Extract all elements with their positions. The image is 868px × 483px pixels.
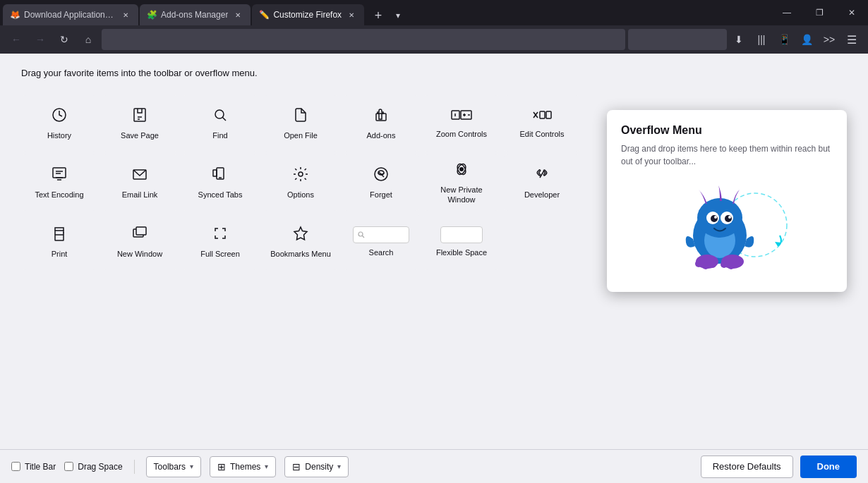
svg-point-58: [728, 262, 735, 269]
options-label: Options: [287, 190, 314, 200]
svg-point-39: [358, 232, 363, 236]
tab-title-2: Add-ons Manager: [161, 10, 228, 20]
toolbar-item-print[interactable]: Print: [21, 214, 97, 270]
toolbar-item-zoom-controls[interactable]: Zoom Controls: [423, 95, 500, 152]
text-encoding-icon: [51, 166, 68, 185]
svg-point-54: [695, 260, 702, 267]
back-button[interactable]: ←: [6, 29, 27, 50]
zoom-controls-icon: [451, 108, 472, 125]
toolbar-item-options[interactable]: Options: [263, 154, 339, 211]
history-label: History: [47, 130, 71, 140]
options-icon: [292, 166, 309, 185]
forward-button[interactable]: →: [30, 29, 51, 50]
add-ons-icon: [373, 106, 390, 126]
new-window-label: New Window: [117, 249, 162, 259]
tab-close-2[interactable]: ✕: [232, 9, 243, 20]
title-bar-checkbox-label[interactable]: Title Bar: [11, 462, 56, 472]
toolbar-item-flexible-space[interactable]: Flexible Space: [423, 214, 500, 270]
find-label: Find: [212, 130, 227, 140]
svg-point-49: [725, 215, 732, 222]
themes-dropdown[interactable]: ⊞ Themes ▾: [210, 456, 276, 477]
home-button[interactable]: ⌂: [78, 29, 99, 50]
tab-close-3[interactable]: ✕: [346, 9, 357, 20]
window-controls: — ❐ ✕: [771, 0, 868, 25]
reload-button[interactable]: ↻: [54, 29, 75, 50]
toolbar-item-developer[interactable]: Developer: [504, 154, 580, 211]
svg-point-32: [459, 167, 464, 171]
overflow-panel-title: Overflow Menu: [621, 124, 833, 137]
text-encoding-label: Text Encoding: [35, 190, 83, 200]
email-link-icon: [131, 166, 148, 185]
density-label: Density: [305, 462, 333, 472]
bottom-bar-divider-1: [134, 460, 135, 474]
bookmarks-menu-icon: [292, 225, 309, 245]
toolbar-item-search[interactable]: Search: [343, 214, 419, 270]
density-dropdown-chevron: ▾: [337, 463, 341, 470]
svg-point-48: [711, 215, 718, 222]
restore-defaults-button[interactable]: Restore Defaults: [701, 456, 793, 478]
tab-addons-manager[interactable]: 🧩 Add-ons Manager ✕: [140, 4, 251, 25]
full-screen-label: Full Screen: [200, 249, 240, 259]
close-window-button[interactable]: ✕: [836, 0, 868, 25]
svg-line-40: [363, 236, 365, 238]
toolbar-item-open-file[interactable]: Open File: [263, 95, 339, 152]
tab-customize-firefox[interactable]: ✏️ Customize Firefox ✕: [252, 4, 364, 25]
done-button[interactable]: Done: [800, 456, 857, 478]
toolbar-item-find[interactable]: Find: [182, 95, 258, 152]
search-label: Search: [369, 247, 394, 257]
bookmarks-button[interactable]: |||: [751, 29, 772, 50]
open-file-icon: [292, 106, 309, 126]
svg-rect-34: [55, 235, 64, 240]
downloads-button[interactable]: ⬇: [728, 29, 749, 50]
print-label: Print: [52, 249, 68, 259]
svg-point-51: [728, 216, 731, 219]
toolbar-item-full-screen[interactable]: Full Screen: [182, 214, 258, 270]
tab-close-1[interactable]: ✕: [120, 9, 131, 20]
search-input-toolbar[interactable]: [634, 35, 721, 45]
toolbar-item-new-window[interactable]: New Window: [102, 214, 178, 270]
drag-space-checkbox-label[interactable]: Drag Space: [64, 462, 122, 472]
toolbar-item-bookmarks-menu[interactable]: Bookmarks Menu: [263, 214, 339, 270]
overflow-button[interactable]: >>: [819, 29, 840, 50]
synced-tabs-label: Synced Tabs: [198, 190, 243, 200]
density-icon: ⊟: [292, 461, 301, 472]
url-input[interactable]: [107, 35, 620, 45]
toolbar-item-synced-tabs[interactable]: Synced Tabs: [182, 154, 258, 211]
drag-space-checkbox[interactable]: [64, 462, 73, 471]
forget-label: Forget: [370, 190, 392, 200]
toolbar-item-save-page[interactable]: Save Page: [102, 95, 178, 152]
toolbar-item-edit-controls[interactable]: Edit Controls: [504, 95, 580, 152]
app-menu-button[interactable]: ☰: [841, 29, 862, 50]
minimize-button[interactable]: —: [771, 0, 803, 25]
tab-list-dropdown[interactable]: ▾: [388, 6, 408, 25]
svg-rect-17: [53, 168, 66, 178]
toolbar-item-history[interactable]: History: [21, 95, 97, 152]
new-tab-button[interactable]: +: [368, 6, 388, 25]
title-bar: 🦊 Download Applications for An... ✕ 🧩 Ad…: [0, 0, 868, 25]
toolbar-item-add-ons[interactable]: Add-ons: [343, 95, 419, 152]
restore-button[interactable]: ❐: [803, 0, 836, 25]
toolbar-item-new-private-window[interactable]: New Private Window: [423, 154, 500, 211]
toolbars-dropdown[interactable]: Toolbars ▾: [146, 456, 201, 477]
toolbar-item-email-link[interactable]: Email Link: [102, 154, 178, 211]
search-bar-toolbar[interactable]: [628, 29, 727, 50]
new-private-window-icon: [453, 161, 470, 181]
synced-tabs-button[interactable]: 📱: [773, 29, 795, 50]
themes-label: Themes: [230, 462, 260, 472]
toolbars-label: Toolbars: [154, 462, 186, 472]
title-bar-label: Title Bar: [25, 462, 56, 472]
title-bar-checkbox[interactable]: [11, 462, 20, 471]
search-widget-visual: [353, 226, 409, 243]
toolbar-right: ⬇ ||| 📱 👤 >> ☰: [628, 29, 862, 50]
density-dropdown[interactable]: ⊟ Density ▾: [284, 456, 349, 477]
tab-download-applications[interactable]: 🦊 Download Applications for An... ✕: [3, 4, 138, 25]
synced-tabs-icon: [212, 166, 229, 185]
account-button[interactable]: 👤: [796, 29, 817, 50]
url-bar[interactable]: [102, 29, 625, 50]
toolbar-item-forget[interactable]: Forget: [343, 154, 419, 211]
bottom-bar-right: Restore Defaults Done: [701, 456, 857, 478]
svg-line-5: [223, 117, 227, 121]
toolbar-item-text-encoding[interactable]: Text Encoding: [21, 154, 97, 211]
developer-label: Developer: [524, 190, 560, 200]
tab-firefox-icon: 🦊: [10, 10, 20, 20]
